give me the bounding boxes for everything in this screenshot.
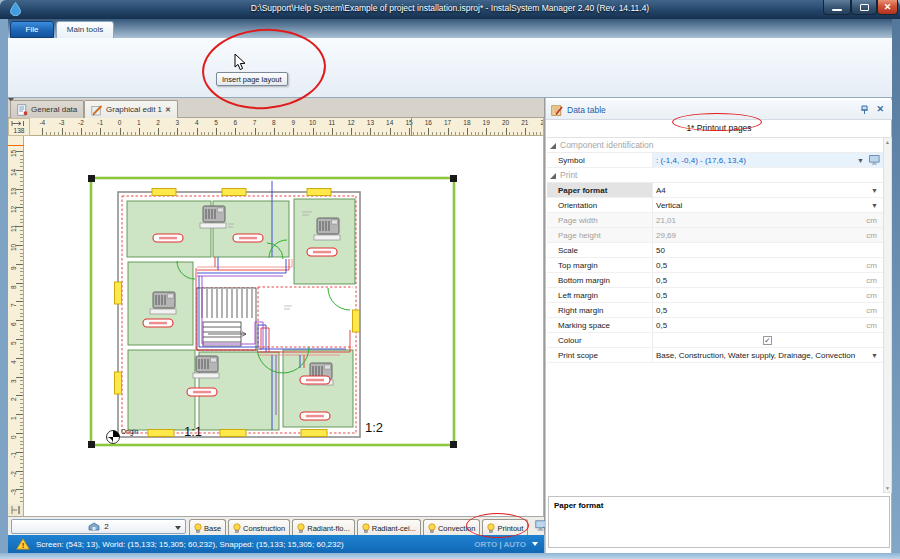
dropdown-icon[interactable]: ▼ xyxy=(871,187,878,194)
vertical-ruler[interactable]: 1514131211109876543210-1-2-3-4 xyxy=(8,136,24,504)
property-row-page-height: Page height29,69cm xyxy=(547,228,883,243)
layer-tab-printout[interactable]: Printout xyxy=(482,519,528,536)
ruler-tick xyxy=(20,215,23,216)
document-tab-strip: General data Graphical edit 1 ✕ xyxy=(8,98,544,118)
ruler-tick xyxy=(20,474,23,475)
tooltip: Insert page layout xyxy=(216,72,288,86)
minimize-button[interactable] xyxy=(823,0,851,15)
ruler-tick xyxy=(270,132,271,135)
section-print[interactable]: Print xyxy=(547,168,883,183)
radiator-icon xyxy=(200,206,226,228)
pick-on-screen-icon[interactable] xyxy=(869,155,880,165)
ribbon xyxy=(0,38,900,98)
ruler-tick xyxy=(355,132,356,135)
ruler-tick xyxy=(89,132,90,135)
h-ruler-number: -1 xyxy=(92,119,108,126)
layer-tab-convection[interactable]: Convection xyxy=(423,519,481,536)
dropdown-icon[interactable]: ▼ xyxy=(871,352,878,359)
dropdown-icon[interactable]: ▼ xyxy=(857,157,864,164)
close-button[interactable]: ✕ xyxy=(877,0,898,15)
collapse-icon[interactable] xyxy=(550,173,556,179)
ruler-tick xyxy=(494,132,495,135)
drawing-canvas[interactable]: Origin 1:1 1:2 xyxy=(24,136,543,516)
minimize-icon xyxy=(832,9,842,11)
ruler-tick xyxy=(471,132,472,135)
property-value[interactable]: 0,5cm xyxy=(652,288,883,302)
layer-tab-construction[interactable]: Construction xyxy=(228,519,290,536)
property-value-text: : (-1,4, -0,4) - (17,6, 13,4) xyxy=(656,156,857,165)
property-value[interactable]: ✓ xyxy=(652,333,883,347)
ruler-tick xyxy=(517,132,518,135)
title-bar[interactable]: D:\Support\Help System\Example of projec… xyxy=(0,0,900,19)
property-value[interactable]: 0,5cm xyxy=(652,318,883,332)
ruler-tick xyxy=(502,132,503,135)
ruler-tick xyxy=(16,433,23,434)
ruler-tick xyxy=(475,132,476,135)
layer-tab-base[interactable]: Base xyxy=(189,519,226,536)
ruler-cursor-y xyxy=(8,145,24,146)
layer-tab-radiant-cei[interactable]: Radiant-cei... xyxy=(357,519,421,536)
tab-file[interactable]: File xyxy=(10,21,54,38)
property-value[interactable]: 0,5cm xyxy=(652,303,883,317)
ruler-tick xyxy=(247,132,248,135)
property-label: Orientation xyxy=(547,198,652,212)
h-ruler-number: 18 xyxy=(459,119,475,126)
auto-toggle[interactable]: AUTO xyxy=(503,540,526,549)
bulb-icon xyxy=(362,523,370,534)
room xyxy=(127,201,211,257)
ruler-tick xyxy=(428,128,429,135)
ruler-tick xyxy=(46,132,47,135)
orto-toggle[interactable]: ORTO xyxy=(474,540,497,549)
property-value[interactable]: Vertical▼ xyxy=(652,198,883,212)
property-value[interactable]: : (-1,4, -0,4) - (17,6, 13,4)▼ xyxy=(652,153,883,167)
room xyxy=(128,350,195,430)
tab-main-tools[interactable]: Main tools xyxy=(56,21,114,38)
checkbox[interactable]: ✓ xyxy=(763,336,772,345)
property-value[interactable]: A4▼ xyxy=(652,183,883,197)
ruler-tick xyxy=(20,286,23,287)
scrollbar[interactable]: ▲ ▼ xyxy=(883,137,892,493)
property-value[interactable]: 0,5cm xyxy=(652,258,883,272)
ruler-tick xyxy=(262,132,263,135)
horizontal-ruler[interactable]: -4-3-2-101234567891011121314151617181920… xyxy=(30,118,543,136)
ruler-tick xyxy=(54,132,55,135)
ruler-tick xyxy=(394,132,395,135)
ruler-tick xyxy=(166,132,167,135)
ruler-tick xyxy=(513,132,514,135)
property-value-text: 50 xyxy=(656,246,883,255)
h-ruler-number: -2 xyxy=(73,119,89,126)
dropdown-icon[interactable]: ▼ xyxy=(871,202,878,209)
layer-tab-radiant-flo[interactable]: Radiant-flo... xyxy=(292,519,355,536)
property-value[interactable]: Base, Construction, Water supply, Draina… xyxy=(652,348,883,362)
scroll-up-icon[interactable]: ▲ xyxy=(884,139,891,145)
unit-label: cm xyxy=(866,276,877,285)
panel-header: Data table ✕ xyxy=(546,100,892,120)
tab-graphical-edit[interactable]: Graphical edit 1 ✕ xyxy=(84,100,178,118)
unit-label: cm xyxy=(866,291,877,300)
ruler-tick xyxy=(20,448,23,449)
tab-general-data[interactable]: General data xyxy=(10,100,84,118)
snap-mode-toggles[interactable]: ORTO | AUTO xyxy=(474,540,526,549)
property-value-text: 21,01 xyxy=(656,216,866,225)
floor-selector[interactable]: 2 xyxy=(11,519,186,534)
ruler-tick xyxy=(20,174,23,175)
status-dropdown-icon[interactable] xyxy=(532,542,538,546)
collapse-icon[interactable] xyxy=(550,143,556,149)
ruler-tick xyxy=(20,166,23,167)
tab-close-icon[interactable]: ✕ xyxy=(165,106,171,114)
property-value[interactable]: 0,5cm xyxy=(652,273,883,287)
maximize-button[interactable] xyxy=(851,0,877,15)
ruler-tick xyxy=(16,245,23,246)
h-ruler-number: 21 xyxy=(517,119,533,126)
property-value[interactable]: 50 xyxy=(652,243,883,257)
pin-icon[interactable] xyxy=(860,105,869,115)
section-component-identification[interactable]: Component identification xyxy=(547,138,883,153)
panel-close-icon[interactable]: ✕ xyxy=(876,104,884,114)
section-label: Component identification xyxy=(560,140,654,150)
ruler-tick xyxy=(112,132,113,135)
data-table-icon xyxy=(551,104,563,116)
scroll-down-icon[interactable]: ▼ xyxy=(884,485,891,491)
h-ruler-number: 19 xyxy=(478,119,494,126)
ruler-tick xyxy=(20,298,23,299)
ruler-tick xyxy=(421,132,422,135)
